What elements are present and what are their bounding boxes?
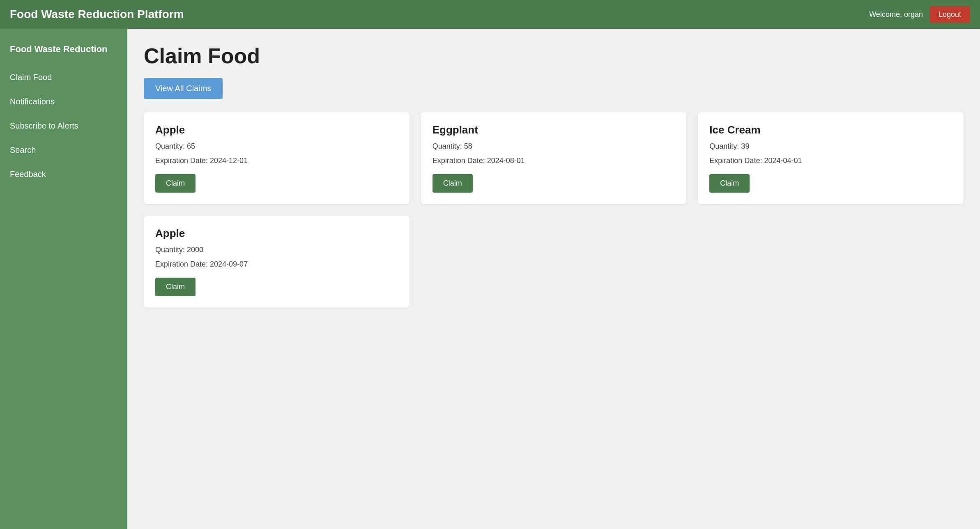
- app-title: Food Waste Reduction Platform: [10, 8, 184, 21]
- claim-button[interactable]: Claim: [709, 174, 750, 193]
- food-card: Apple Quantity: 2000 Expiration Date: 20…: [144, 216, 409, 308]
- header-right: Welcome, organ Logout: [869, 6, 970, 23]
- view-all-claims-button[interactable]: View All Claims: [144, 78, 223, 99]
- sidebar-item-claim-food[interactable]: Claim Food: [0, 65, 127, 90]
- food-cards-grid: Apple Quantity: 65 Expiration Date: 2024…: [144, 112, 964, 204]
- food-card-expiration: Expiration Date: 2024-04-01: [709, 156, 952, 165]
- sidebar-brand: Food Waste Reduction: [0, 39, 127, 65]
- sidebar-item-search[interactable]: Search: [0, 138, 127, 162]
- sidebar-item-subscribe-to-alerts[interactable]: Subscribe to Alerts: [0, 114, 127, 138]
- food-card-name: Eggplant: [432, 124, 675, 136]
- food-card-expiration: Expiration Date: 2024-09-07: [155, 260, 398, 269]
- food-card-expiration: Expiration Date: 2024-08-01: [432, 156, 675, 165]
- logout-button[interactable]: Logout: [929, 6, 970, 23]
- food-card-name: Apple: [155, 124, 398, 136]
- sidebar-item-notifications[interactable]: Notifications: [0, 90, 127, 114]
- food-card-quantity: Quantity: 58: [432, 142, 675, 151]
- claim-button[interactable]: Claim: [432, 174, 473, 193]
- food-card-quantity: Quantity: 39: [709, 142, 952, 151]
- food-card: Eggplant Quantity: 58 Expiration Date: 2…: [421, 112, 687, 204]
- food-card-quantity: Quantity: 65: [155, 142, 398, 151]
- claim-button[interactable]: Claim: [155, 278, 196, 296]
- welcome-message: Welcome, organ: [869, 10, 923, 19]
- claim-button[interactable]: Claim: [155, 174, 196, 193]
- sidebar-item-feedback[interactable]: Feedback: [0, 162, 127, 186]
- layout: Food Waste Reduction Claim Food Notifica…: [0, 29, 980, 529]
- sidebar: Food Waste Reduction Claim Food Notifica…: [0, 29, 127, 529]
- food-card-expiration: Expiration Date: 2024-12-01: [155, 156, 398, 165]
- food-card-quantity: Quantity: 2000: [155, 246, 398, 254]
- food-cards-row2: Apple Quantity: 2000 Expiration Date: 20…: [144, 216, 964, 308]
- food-card-name: Apple: [155, 227, 398, 240]
- main-content: Claim Food View All Claims Apple Quantit…: [127, 29, 980, 529]
- page-title: Claim Food: [144, 44, 964, 68]
- app-header: Food Waste Reduction Platform Welcome, o…: [0, 0, 980, 29]
- food-card: Apple Quantity: 65 Expiration Date: 2024…: [144, 112, 409, 204]
- food-card: Ice Cream Quantity: 39 Expiration Date: …: [698, 112, 964, 204]
- food-card-name: Ice Cream: [709, 124, 952, 136]
